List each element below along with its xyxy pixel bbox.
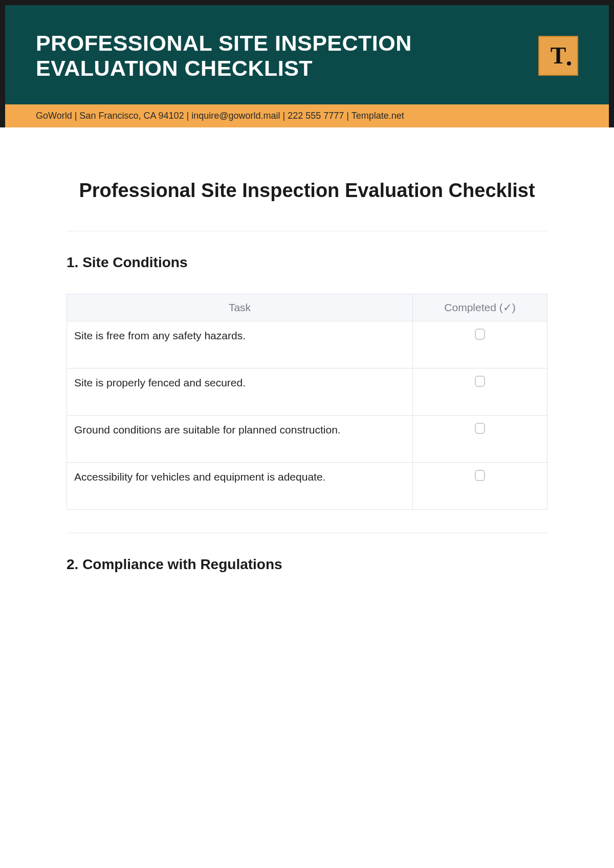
sub-banner-text: GoWorld | San Francisco, CA 94102 | inqu… [36, 111, 404, 121]
col-completed: Completed (✓) [413, 294, 547, 321]
table-row: Ground conditions are suitable for plann… [67, 416, 547, 463]
outer-frame: PROFESSIONAL SITE INSPECTION EVALUATION … [0, 0, 614, 127]
logo-dot-icon [567, 61, 571, 66]
banner-title-line1: PROFESSIONAL SITE INSPECTION [36, 31, 412, 55]
logo-letter: T [551, 44, 566, 68]
divider [67, 533, 547, 533]
banner-title: PROFESSIONAL SITE INSPECTION EVALUATION … [36, 31, 412, 81]
section-heading-1: 1. Site Conditions [67, 254, 547, 271]
banner-title-line2: EVALUATION CHECKLIST [36, 56, 313, 80]
sub-banner: GoWorld | San Francisco, CA 94102 | inqu… [5, 104, 609, 127]
divider [67, 231, 547, 231]
table-row: Accessibility for vehicles and equipment… [67, 463, 547, 510]
document-content: Professional Site Inspection Evaluation … [0, 127, 614, 573]
checklist-table: Task Completed (✓) Site is free from any… [67, 294, 547, 510]
task-cell: Site is free from any safety hazards. [67, 321, 413, 368]
logo-icon: T [538, 36, 578, 76]
section-heading-2: 2. Compliance with Regulations [67, 556, 547, 573]
banner: PROFESSIONAL SITE INSPECTION EVALUATION … [5, 5, 609, 104]
task-cell: Accessibility for vehicles and equipment… [67, 463, 413, 510]
table-header-row: Task Completed (✓) [67, 294, 547, 321]
task-cell: Ground conditions are suitable for plann… [67, 416, 413, 463]
table-row: Site is free from any safety hazards. [67, 321, 547, 368]
check-cell [413, 368, 547, 416]
checkbox[interactable] [475, 423, 485, 434]
table-row: Site is properly fenced and secured. [67, 368, 547, 416]
document-title: Professional Site Inspection Evaluation … [67, 179, 547, 203]
task-cell: Site is properly fenced and secured. [67, 368, 413, 416]
check-cell [413, 321, 547, 368]
checkbox[interactable] [475, 376, 485, 387]
checkbox[interactable] [475, 470, 485, 481]
col-task: Task [67, 294, 413, 321]
check-cell [413, 463, 547, 510]
check-cell [413, 416, 547, 463]
checkbox[interactable] [475, 329, 485, 340]
